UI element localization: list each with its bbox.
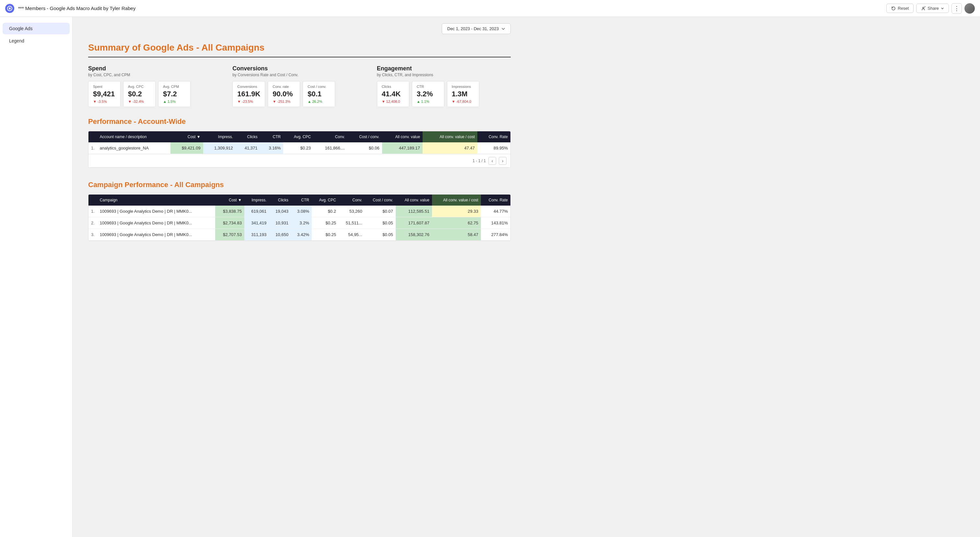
spend-category: Spend by Cost, CPC, and CPM Spent $9,421… — [88, 65, 222, 107]
topbar: *** Members - Google Ads Macro Audit by … — [0, 0, 980, 17]
camp-col-clicks[interactable]: Clicks — [269, 194, 291, 206]
camp-col-conv[interactable]: Conv. — [339, 194, 365, 206]
col-clicks[interactable]: Clicks — [235, 131, 260, 142]
svg-point-2 — [923, 7, 924, 8]
camp-row2-conv-rate: 143.81% — [481, 217, 511, 229]
col-conv-rate[interactable]: Conv. Rate — [477, 131, 511, 142]
camp-row1-name: 1009693 | Google Analytics Demo | DR | M… — [97, 206, 215, 217]
camp-col-all-conv-value[interactable]: All conv. value — [396, 194, 432, 206]
camp-row1-cost-conv: $0.07 — [365, 206, 396, 217]
camp-row3-name: 1009693 | Google Analytics Demo | DR | M… — [97, 229, 215, 241]
conv-card-cost-conv: Cost / conv. $0.1 ▲ 26.2% — [303, 81, 335, 107]
camp-row3-num: 3. — [89, 229, 97, 241]
share-icon — [921, 6, 926, 11]
camp-col-cost-conv[interactable]: Cost / conv. — [365, 194, 396, 206]
col-conv[interactable]: Conv. — [313, 131, 347, 142]
col-impress[interactable]: Impress. — [203, 131, 235, 142]
camp-row2-all-conv-value: 171,607.87 — [396, 217, 432, 229]
camp-row1-cost: $3,838.75 — [215, 206, 244, 217]
camp-row1-num: 1. — [89, 206, 97, 217]
row-conv-rate: 89.95% — [477, 142, 511, 154]
svg-line-3 — [924, 6, 925, 7]
camp-row3-cost: $2,707.53 — [215, 229, 244, 241]
camp-row2-impress: 341,419 — [244, 217, 269, 229]
camp-row2-avg-cpc: $0.25 — [312, 217, 339, 229]
camp-row1-conv-rate: 44.77% — [481, 206, 511, 217]
chevron-down-icon — [941, 7, 944, 10]
spend-card-spent: Spent $9,421 ▼ -3.5% — [88, 81, 121, 107]
camp-row2-name: 1009693 | Google Analytics Demo | DR | M… — [97, 217, 215, 229]
reset-button[interactable]: Reset — [886, 3, 913, 13]
summary-row: Spend by Cost, CPC, and CPM Spent $9,421… — [88, 65, 511, 107]
row-impress: 1,309,912 — [203, 142, 235, 154]
next-page-button[interactable]: › — [499, 157, 506, 165]
camp-row3-conv: 54,95... — [339, 229, 365, 241]
camp-col-campaign[interactable]: Campaign — [97, 194, 215, 206]
camp-col-cost[interactable]: Cost ▼ — [215, 194, 244, 206]
row-ctr: 3.16% — [260, 142, 283, 154]
camp-row2-clicks: 10,931 — [269, 217, 291, 229]
conv-card-rate: Conv. rate 90.0% ▼ -251.3% — [268, 81, 300, 107]
camp-row1-all-conv-value-cost: 29.33 — [432, 206, 481, 217]
camp-col-all-conv-value-cost[interactable]: All conv. value / cost — [432, 194, 481, 206]
col-ctr[interactable]: CTR — [260, 131, 283, 142]
date-bar: Dec 1, 2023 - Dec 31, 2023 — [88, 17, 511, 37]
camp-col-ctr[interactable]: CTR — [291, 194, 312, 206]
performance-section-title: Performance - Account-Wide — [88, 117, 511, 126]
col-all-conv-value[interactable]: All conv. value — [382, 131, 423, 142]
camp-row3-ctr: 3.42% — [291, 229, 312, 241]
col-num — [89, 131, 97, 142]
row-clicks: 41,371 — [235, 142, 260, 154]
main-section-title: Summary of Google Ads - All Campaigns — [88, 37, 511, 57]
camp-row2-ctr: 3.2% — [291, 217, 312, 229]
engagement-subtitle: by Clicks, CTR, and Impressions — [377, 73, 511, 77]
engagement-title: Engagement — [377, 65, 511, 72]
spend-card-avg-cpm: Avg. CPM $7.2 ▲ 1.5% — [158, 81, 191, 107]
more-options-button[interactable]: ⋮ — [951, 3, 962, 14]
col-avg-cpc[interactable]: Avg. CPC — [283, 131, 313, 142]
page-title: *** Members - Google Ads Macro Audit by … — [18, 5, 883, 11]
spend-card-avg-cpc: Avg. CPC $0.2 ▼ -32.4% — [123, 81, 156, 107]
camp-row3-all-conv-value: 158,302.76 — [396, 229, 432, 241]
camp-row3-clicks: 10,650 — [269, 229, 291, 241]
sidebar-item-legend[interactable]: Legend — [3, 35, 70, 47]
date-range-picker[interactable]: Dec 1, 2023 - Dec 31, 2023 — [442, 23, 511, 34]
user-avatar[interactable] — [964, 3, 975, 14]
camp-row2-cost-conv: $0.05 — [365, 217, 396, 229]
eng-card-ctr: CTR 3.2% ▲ 1.1% — [412, 81, 444, 107]
prev-page-button[interactable]: ‹ — [488, 157, 496, 165]
camp-row3-avg-cpc: $0.25 — [312, 229, 339, 241]
row-cost: $9,421.09 — [170, 142, 203, 154]
camp-row1-ctr: 3.08% — [291, 206, 312, 217]
sidebar-item-google-ads[interactable]: Google Ads — [3, 23, 70, 34]
col-account-name[interactable]: Account name / description — [97, 131, 171, 142]
row-num: 1. — [89, 142, 97, 154]
camp-row1-conv: 53,260 — [339, 206, 365, 217]
conversions-cards: Conversions 161.9K ▼ -23.5% Conv. rate 9… — [232, 81, 366, 107]
conv-card-conversions: Conversions 161.9K ▼ -23.5% — [232, 81, 265, 107]
chevron-down-icon — [501, 27, 505, 31]
spend-cards: Spent $9,421 ▼ -3.5% Avg. CPC $0.2 ▼ -32… — [88, 81, 222, 107]
spend-subtitle: by Cost, CPC, and CPM — [88, 73, 222, 77]
main-content: Dec 1, 2023 - Dec 31, 2023 Summary of Go… — [73, 17, 980, 537]
campaign-table-header-row: Campaign Cost ▼ Impress. Clicks CTR Avg.… — [89, 194, 511, 206]
table-row: 2. 1009693 | Google Analytics Demo | DR … — [89, 217, 511, 229]
row-avg-cpc: $0.23 — [283, 142, 313, 154]
share-button[interactable]: Share — [916, 3, 949, 13]
table-row: 1. 1009693 | Google Analytics Demo | DR … — [89, 206, 511, 217]
campaign-table-wrap: Campaign Cost ▼ Impress. Clicks CTR Avg.… — [88, 194, 511, 241]
table-row: 3. 1009693 | Google Analytics Demo | DR … — [89, 229, 511, 241]
col-all-conv-value-cost[interactable]: All conv. value / cost — [423, 131, 477, 142]
eng-card-impressions: Impressions 1.3M ▼ -67,804.0 — [447, 81, 479, 107]
camp-row2-cost: $2,734.83 — [215, 217, 244, 229]
conversions-subtitle: by Conversions Rate and Cost / Conv. — [232, 73, 366, 77]
camp-col-conv-rate[interactable]: Conv. Rate — [481, 194, 511, 206]
layout: Google Ads Legend Dec 1, 2023 - Dec 31, … — [0, 17, 980, 537]
col-cost[interactable]: Cost ▼ — [170, 131, 203, 142]
camp-col-impress[interactable]: Impress. — [244, 194, 269, 206]
col-cost-conv[interactable]: Cost / conv. — [347, 131, 382, 142]
svg-point-1 — [9, 8, 11, 10]
camp-col-avg-cpc[interactable]: Avg. CPC — [312, 194, 339, 206]
engagement-category: Engagement by Clicks, CTR, and Impressio… — [377, 65, 511, 107]
reset-icon — [891, 6, 896, 11]
